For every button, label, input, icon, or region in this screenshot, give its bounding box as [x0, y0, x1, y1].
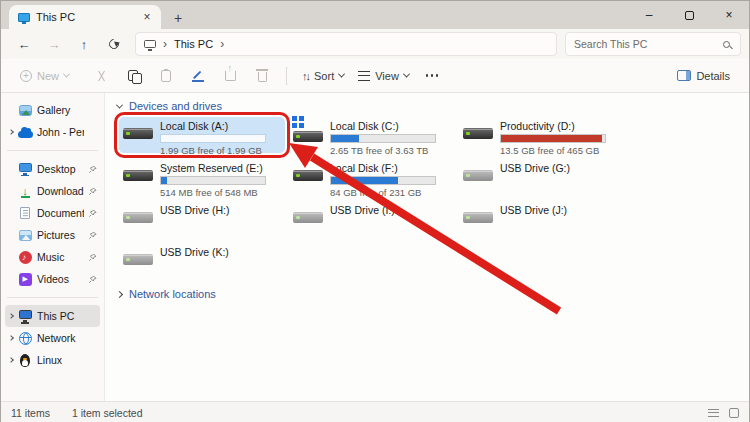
refresh-button[interactable] [101, 32, 127, 56]
drive-tile[interactable]: USB Drive (H:) [119, 201, 285, 237]
sidebar-item-icon [17, 227, 33, 243]
close-button[interactable]: × [709, 1, 749, 29]
sidebar-item-videos[interactable]: Videos [5, 268, 100, 290]
sidebar-divider [7, 150, 98, 151]
minimize-button[interactable]: – [629, 1, 669, 29]
drive-tile[interactable]: USB Drive (I:) [289, 201, 455, 237]
list-view-icon[interactable] [708, 409, 719, 417]
sidebar-item-label: Linux [37, 354, 84, 366]
sidebar-item-downloads[interactable]: Downloads [5, 180, 100, 202]
breadcrumb-chevron-icon[interactable]: › [220, 38, 224, 50]
share-icon [225, 71, 236, 81]
sidebar-item-desktop[interactable]: Desktop [5, 158, 100, 180]
tab-this-pc[interactable]: This PC × [9, 5, 161, 29]
sidebar-item-john-personal[interactable]: John - Personal [5, 121, 100, 143]
drive-text: Productivity (D:) 13.5 GB free of 465 GB [500, 119, 622, 156]
drive-tile[interactable]: Productivity (D:) 13.5 GB free of 465 GB [459, 117, 625, 153]
share-button[interactable] [217, 63, 243, 89]
drive-name: USB Drive (G:) [500, 162, 622, 175]
group-header-network-locations[interactable]: Network locations [117, 285, 749, 303]
group-header-devices[interactable]: Devices and drives [117, 97, 749, 115]
toolbar-divider [286, 67, 287, 85]
drive-free-space: 84 GB free of 231 GB [330, 187, 452, 198]
sidebar-item-documents[interactable]: Documents [5, 202, 100, 224]
drive-icon [122, 161, 158, 191]
window-controls: – × [629, 1, 749, 29]
sidebar-item-icon [17, 161, 33, 177]
drive-text: Local Disk (A:) 1.99 GB free of 1.99 GB [160, 119, 282, 156]
search-box[interactable] [565, 32, 741, 56]
back-button[interactable]: ← [11, 32, 37, 56]
pin-icon [88, 231, 97, 240]
drive-free-space: 2.65 TB free of 3.63 TB [330, 145, 452, 156]
drive-icon [462, 119, 498, 149]
plus-icon: + [20, 70, 32, 82]
drive-free-space: 1.99 GB free of 1.99 GB [160, 145, 282, 156]
chevron-down-icon [403, 71, 410, 78]
drive-tile[interactable]: Local Disk (F:) 84 GB free of 231 GB [289, 159, 455, 195]
sidebar-item-music[interactable]: Music [5, 246, 100, 268]
drive-icon [122, 203, 158, 233]
sidebar-item-icon [17, 330, 33, 346]
drive-text: USB Drive (I:) [330, 203, 452, 217]
sidebar-item-linux[interactable]: Linux [5, 349, 100, 371]
breadcrumb-this-pc[interactable]: This PC [174, 38, 213, 50]
sidebar-item-label: Downloads [37, 185, 84, 197]
sidebar-item-label: Pictures [37, 229, 84, 241]
details-button[interactable]: Details [670, 66, 737, 86]
sidebar-item-this-pc[interactable]: This PC [5, 305, 100, 327]
drive-tile[interactable]: USB Drive (G:) [459, 159, 625, 195]
rename-button[interactable] [185, 63, 211, 89]
search-icon [723, 41, 730, 48]
drive-text: USB Drive (J:) [500, 203, 622, 217]
details-pane-icon [677, 70, 691, 81]
delete-button[interactable] [249, 63, 275, 89]
sidebar-item-gallery[interactable]: Gallery [5, 99, 100, 121]
drive-name: USB Drive (I:) [330, 204, 452, 217]
drive-tile[interactable]: USB Drive (J:) [459, 201, 625, 237]
address-bar[interactable]: › This PC › [135, 32, 557, 56]
sort-button[interactable]: ↑↓ Sort [295, 66, 351, 86]
drive-tile[interactable]: System Reserved (E:) 514 MB free of 548 … [119, 159, 285, 195]
drive-body-icon [123, 170, 153, 181]
drive-usage-bar [160, 176, 266, 185]
breadcrumb-pc-icon [144, 40, 156, 48]
new-tab-button[interactable]: + [167, 7, 189, 29]
forward-button[interactable]: → [41, 32, 67, 56]
chevron-right-icon[interactable] [8, 335, 14, 341]
drive-text: Local Disk (F:) 84 GB free of 231 GB [330, 161, 452, 198]
maximize-button[interactable] [669, 1, 709, 29]
chevron-right-icon[interactable] [8, 129, 14, 135]
cut-button[interactable] [89, 63, 115, 89]
search-input[interactable] [574, 38, 723, 50]
sort-button-label: Sort [314, 70, 334, 82]
sidebar-item-network[interactable]: Network [5, 327, 100, 349]
drive-tile[interactable]: Local Disk (A:) 1.99 GB free of 1.99 GB [119, 117, 285, 153]
pin-icon [88, 253, 97, 262]
view-button[interactable]: View [351, 66, 416, 86]
copy-button[interactable] [121, 63, 147, 89]
sidebar-item-icon [17, 352, 33, 368]
large-icons-view-icon[interactable] [729, 408, 739, 418]
new-button[interactable]: + New [13, 66, 76, 86]
sidebar-item-icon [17, 271, 33, 287]
up-button[interactable]: ↑ [71, 32, 97, 56]
drive-usage-fill [161, 177, 167, 184]
drive-text: USB Drive (G:) [500, 161, 622, 175]
refresh-icon [107, 37, 121, 51]
pin-icon [88, 275, 97, 284]
sidebar-item-pictures[interactable]: Pictures [5, 224, 100, 246]
tab-close-icon[interactable]: × [139, 9, 155, 25]
chevron-right-icon[interactable] [8, 357, 14, 363]
drive-tile[interactable]: USB Drive (K:) [119, 243, 285, 279]
paste-button[interactable] [153, 63, 179, 89]
sidebar-item-label: Network [37, 332, 84, 344]
sidebar-item-label: John - Personal [37, 126, 84, 138]
see-more-button[interactable] [419, 63, 445, 89]
drive-tile[interactable]: Local Disk (C:) 2.65 TB free of 3.63 TB [289, 117, 455, 153]
windows-logo-icon [292, 116, 304, 128]
drive-body-icon [293, 131, 323, 142]
chevron-right-icon[interactable] [8, 313, 14, 319]
drive-free-space: 13.5 GB free of 465 GB [500, 145, 622, 156]
drive-name: Local Disk (C:) [330, 120, 452, 133]
